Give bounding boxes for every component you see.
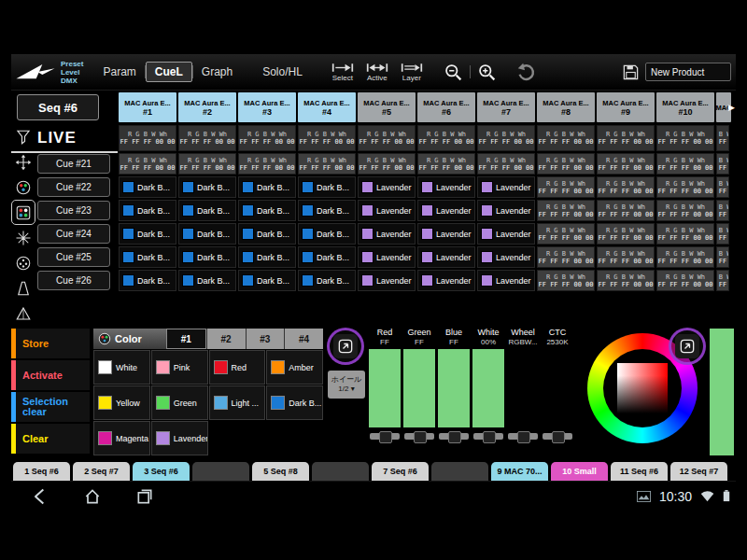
saturation-value-square[interactable]: [617, 363, 668, 413]
value-cell[interactable]: R G B W WhFF FF FF 00 00: [597, 200, 655, 221]
fixture-column-header[interactable]: MAC Aura E...#9: [597, 92, 655, 122]
value-cell[interactable]: R G B W WhFF FF FF 00 00: [537, 200, 595, 221]
wheel-page-button[interactable]: ホイール 1/2 ▾: [328, 371, 365, 399]
value-cell[interactable]: R G B W WhFF FF FF 00 00: [656, 223, 714, 245]
value-cell[interactable]: R G B W WhFF FF FF 00 00: [537, 153, 595, 175]
value-cell[interactable]: R G B W WhFF FF FF 00 00: [298, 153, 356, 175]
value-cell[interactable]: R G B W WhFF FF FF 00 00: [597, 153, 655, 175]
color-swatch[interactable]: Pink: [151, 350, 208, 385]
value-cell[interactable]: R G B W WhFF FF FF 00 00: [178, 125, 236, 151]
preset-cell[interactable]: Lavender: [477, 270, 535, 291]
sequence-tab[interactable]: 5 Seq #8: [252, 462, 309, 481]
channel-slider[interactable]: [438, 430, 470, 443]
cue-button[interactable]: Cue #23: [37, 201, 110, 220]
value-cell[interactable]: R G B W WhFF FF FF 00 00: [656, 125, 714, 151]
preset-cell[interactable]: Lavender: [477, 200, 535, 221]
preset-cell[interactable]: Dark B...: [119, 176, 176, 198]
channel-slider[interactable]: [507, 430, 539, 443]
sequence-tab[interactable]: [312, 462, 369, 481]
value-cell[interactable]: R G B W WhFF FF FF 00 00: [716, 246, 729, 268]
master-fader[interactable]: [710, 329, 734, 455]
color-swatch[interactable]: Light ...: [209, 385, 266, 420]
tab-graph[interactable]: Graph: [193, 63, 241, 81]
fixture-column-header[interactable]: MAC Aura E...#6: [417, 92, 475, 122]
value-cell[interactable]: R G B W WhFF FF FF 00 00: [656, 176, 714, 198]
value-cell[interactable]: R G B W WhFF FF FF 00 00: [597, 125, 655, 151]
gobo-icon[interactable]: [11, 250, 35, 275]
value-cell[interactable]: R G B W WhFF FF FF 00 00: [537, 223, 595, 245]
preset-cell[interactable]: Lavender: [417, 223, 475, 245]
value-cell[interactable]: R G B W WhFF FF FF 00 00: [178, 153, 236, 175]
palette-tab[interactable]: #4: [284, 329, 323, 349]
channel-fader[interactable]: [472, 349, 504, 427]
tab-cuel[interactable]: CueL: [146, 62, 192, 82]
color-mix-icon[interactable]: [11, 175, 35, 200]
value-cell[interactable]: R G B W WhFF FF FF 00 00: [597, 246, 655, 268]
color-swatch[interactable]: Green: [151, 385, 208, 420]
preset-cell[interactable]: Lavender: [417, 200, 475, 221]
undo-button[interactable]: [515, 62, 536, 82]
sequence-tab[interactable]: 10 Small: [551, 462, 608, 481]
side-button-selection-clear[interactable]: Selection clear: [11, 392, 90, 422]
value-cell[interactable]: R G B W WhFF FF FF 00 00: [537, 270, 595, 291]
preset-cell[interactable]: Lavender: [477, 246, 535, 268]
cue-button[interactable]: Cue #21: [37, 154, 110, 174]
cue-button[interactable]: Cue #24: [37, 224, 110, 244]
channel-slider[interactable]: [472, 430, 504, 443]
channel-fader[interactable]: [403, 349, 435, 427]
preset-cell[interactable]: Dark B...: [238, 270, 296, 291]
preset-cell[interactable]: Dark B...: [298, 246, 356, 268]
slider-thumb[interactable]: [379, 431, 392, 443]
fixture-column-header[interactable]: MAC Aura E...#10: [656, 92, 714, 122]
color-swatch[interactable]: Yellow: [93, 385, 150, 420]
slider-thumb[interactable]: [552, 431, 565, 443]
value-cell[interactable]: R G B W WhFF FF FF 00 00: [537, 125, 595, 151]
sequence-tab[interactable]: [192, 462, 249, 481]
preset-cell[interactable]: Dark B...: [238, 176, 296, 198]
color-swatch[interactable]: Amber: [266, 350, 323, 385]
value-cell[interactable]: R G B W WhFF FF FF 00 00: [477, 153, 535, 175]
zoom-out-icon[interactable]: [444, 63, 463, 82]
channel-slider[interactable]: [542, 430, 573, 443]
preset-cell[interactable]: Dark B...: [178, 176, 236, 198]
sequence-tab[interactable]: 2 Seq #7: [73, 462, 130, 481]
color-swatch[interactable]: Lavender: [151, 421, 208, 455]
preset-cell[interactable]: Dark B...: [298, 270, 356, 291]
preset-cell[interactable]: Dark B...: [238, 246, 296, 268]
value-cell[interactable]: R G B W WhFF FF FF 00 00: [119, 125, 176, 151]
value-cell[interactable]: R G B W WhFF FF FF 00 00: [656, 246, 714, 268]
color-wheel-icon[interactable]: [11, 200, 35, 225]
zoom-in-icon[interactable]: [477, 63, 497, 82]
preset-cell[interactable]: Dark B...: [298, 200, 356, 221]
value-cell[interactable]: R G B W WhFF FF FF 00 00: [597, 270, 655, 291]
channel-fader[interactable]: [369, 349, 401, 427]
slider-thumb[interactable]: [483, 431, 496, 443]
preset-cell[interactable]: Lavender: [477, 176, 535, 198]
fixture-column-header[interactable]: MAC Aura E...#3: [238, 92, 296, 122]
preset-cell[interactable]: Dark B...: [238, 223, 296, 245]
color-swatch[interactable]: Dark B...: [266, 385, 323, 420]
value-cell[interactable]: R G B W WhFF FF FF 00 00: [119, 153, 176, 175]
value-cell[interactable]: R G B W WhFF FF FF 00 00: [716, 125, 729, 151]
preset-cell[interactable]: Dark B...: [178, 200, 236, 221]
select-tool-button[interactable]: Select: [331, 63, 354, 82]
value-cell[interactable]: R G B W WhFF FF FF 00 00: [358, 153, 416, 175]
value-cell[interactable]: R G B W WhFF FF FF 00 00: [656, 270, 714, 291]
value-cell[interactable]: R G B W WhFF FF FF 00 00: [298, 125, 356, 151]
preset-cell[interactable]: Lavender: [358, 176, 416, 198]
value-cell[interactable]: R G B W WhFF FF FF 00 00: [597, 176, 655, 198]
side-button-clear[interactable]: Clear: [11, 424, 90, 454]
value-cell[interactable]: R G B W WhFF FF FF 00 00: [716, 153, 729, 175]
dimmer-icon[interactable]: [11, 124, 35, 149]
sequence-tab[interactable]: 3 Seq #6: [133, 462, 190, 481]
preset-cell[interactable]: Lavender: [417, 270, 475, 291]
value-cell[interactable]: R G B W WhFF FF FF 00 00: [238, 153, 296, 175]
value-cell[interactable]: R G B W WhFF FF FF 00 00: [537, 176, 595, 198]
cue-button[interactable]: Cue #26: [37, 271, 110, 290]
channel-fader[interactable]: [542, 349, 573, 427]
preset-cell[interactable]: Lavender: [358, 223, 416, 245]
color-swatch[interactable]: White: [93, 350, 150, 385]
fixture-column-header[interactable]: MAC Aura E...#7: [477, 92, 535, 122]
value-cell[interactable]: R G B W WhFF FF FF 00 00: [537, 246, 595, 268]
fixture-column-header[interactable]: MAC Aura E...#2: [178, 92, 236, 122]
